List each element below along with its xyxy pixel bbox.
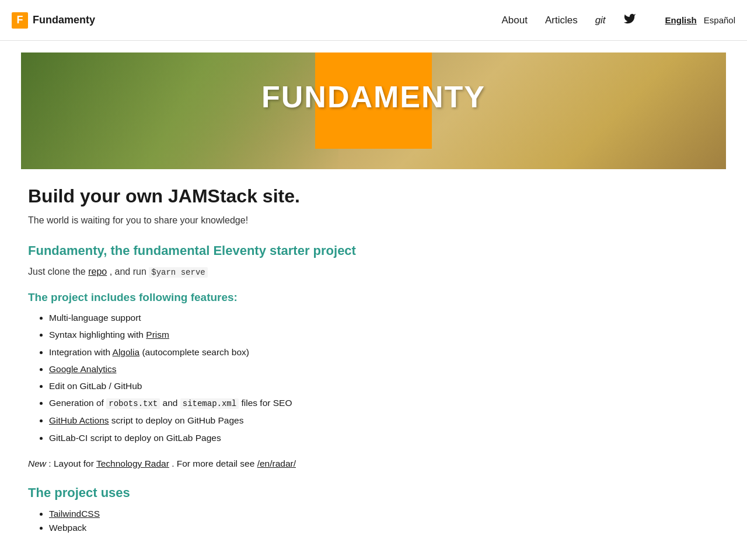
- feature-text: Syntax highlighting with: [49, 330, 146, 340]
- features-heading: The project includes following features:: [28, 291, 719, 304]
- webpack-text: Webpack: [49, 523, 86, 533]
- list-item: Edit on GitLab / GitHub: [49, 379, 719, 393]
- subtitle: The world is waiting for you to share yo…: [28, 215, 719, 226]
- section1-heading: Fundamenty, the fundamental Eleventy sta…: [28, 243, 719, 258]
- tailwindcss-link[interactable]: TailwindCSS: [49, 509, 100, 519]
- feature-text-after: (autocomplete search box): [142, 347, 249, 357]
- new-note: New : Layout for Technology Radar . For …: [28, 459, 719, 469]
- nav-about[interactable]: About: [501, 15, 527, 26]
- feature-text-after: files for SEO: [241, 398, 292, 408]
- feature-text: Generation of: [49, 398, 106, 408]
- new-note-text: : Layout for: [48, 459, 96, 468]
- logo-name: Fundamenty: [33, 14, 95, 26]
- language-switcher: English Español: [665, 15, 735, 25]
- hero-title: FUNDAMENTY: [256, 82, 491, 112]
- list-item: Syntax highlighting with Prism: [49, 328, 719, 341]
- page-heading: Build your own JAMStack site.: [28, 186, 719, 207]
- list-item: GitHub Actions script to deploy on GitHu…: [49, 414, 719, 427]
- features-list: Multi-language support Syntax highlighti…: [28, 311, 719, 444]
- intro-text-after: , and run: [110, 267, 149, 276]
- twitter-icon[interactable]: [623, 12, 636, 28]
- list-item: Webpack: [49, 523, 719, 533]
- intro-text-before: Just clone the: [28, 267, 88, 276]
- list-item: Google Analytics: [49, 362, 719, 376]
- repo-link[interactable]: repo: [88, 267, 107, 276]
- logo-icon: F: [12, 12, 28, 29]
- feature-text-mid: and: [163, 398, 180, 408]
- site-header: F Fundamenty About Articles git English …: [0, 0, 747, 41]
- uses-list: TailwindCSS Webpack: [28, 509, 719, 533]
- robots-txt-code: robots.txt: [106, 398, 160, 409]
- logo-link[interactable]: F Fundamenty: [12, 12, 95, 29]
- main-nav: About Articles git English Español: [501, 12, 735, 28]
- nav-articles[interactable]: Articles: [545, 15, 578, 26]
- feature-text: Edit on GitLab / GitHub: [49, 381, 142, 391]
- sitemap-code: sitemap.xml: [180, 398, 239, 409]
- lang-english[interactable]: English: [665, 15, 697, 25]
- main-content: Build your own JAMStack site. The world …: [21, 169, 726, 560]
- list-item: TailwindCSS: [49, 509, 719, 519]
- new-note-after: . For more detail see: [172, 459, 257, 468]
- feature-text: GitLab-CI script to deploy on GitLab Pag…: [49, 433, 221, 443]
- intro-paragraph: Just clone the repo , and run $yarn serv…: [28, 267, 719, 277]
- github-actions-link[interactable]: GitHub Actions: [49, 415, 109, 425]
- nav-git[interactable]: git: [595, 15, 606, 26]
- algolia-link[interactable]: Algolia: [113, 347, 140, 357]
- lang-espanol[interactable]: Español: [704, 15, 735, 25]
- new-italic: New: [28, 459, 46, 468]
- feature-text-after: script to deploy on GitHub Pages: [111, 415, 244, 425]
- list-item: Generation of robots.txt and sitemap.xml…: [49, 396, 719, 410]
- uses-heading: The project uses: [28, 485, 719, 501]
- feature-text: Integration with: [49, 347, 113, 357]
- google-analytics-link[interactable]: Google Analytics: [49, 364, 116, 374]
- hero-banner: FUNDAMENTY: [21, 52, 726, 169]
- prism-link[interactable]: Prism: [146, 330, 169, 340]
- technology-radar-link[interactable]: Technology Radar: [96, 459, 169, 468]
- radar-path-link[interactable]: /en/radar/: [257, 459, 296, 468]
- list-item: Multi-language support: [49, 311, 719, 324]
- list-item: GitLab-CI script to deploy on GitLab Pag…: [49, 431, 719, 444]
- command-code: $yarn serve: [149, 267, 207, 278]
- list-item: Integration with Algolia (autocomplete s…: [49, 345, 719, 359]
- feature-text: Multi-language support: [49, 313, 141, 323]
